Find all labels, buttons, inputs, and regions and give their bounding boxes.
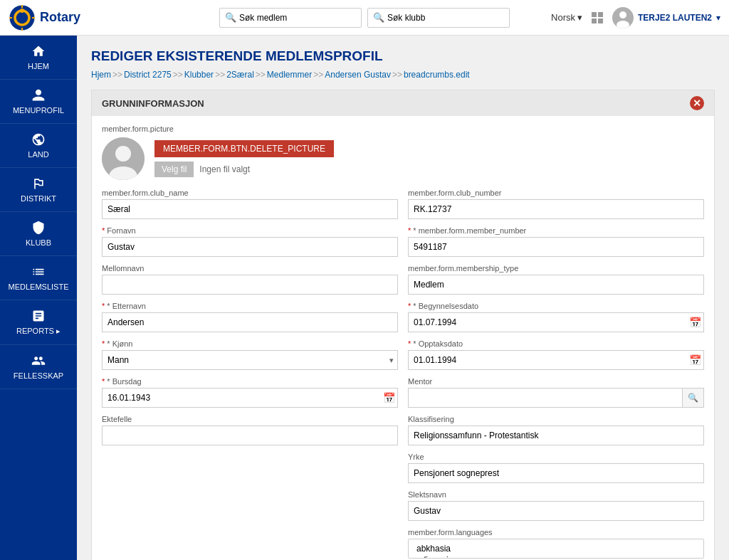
breadcrumb-sep-3: >> (256, 70, 266, 80)
breadcrumb-andersen[interactable]: Andersen Gustav (325, 70, 391, 80)
form-row-9: Slektsnavn (102, 490, 704, 521)
sidebar-item-land[interactable]: LAND (0, 124, 77, 168)
grunninformasjon-header[interactable]: GRUNNINFORMASJON ✕ (92, 90, 714, 116)
ektefelle-label: Ektefelle (102, 415, 398, 423)
user-icon (31, 88, 46, 102)
form-group-etternavn: * Etternavn (102, 302, 398, 332)
breadcrumb-edit[interactable]: breadcrumbs.edit (404, 70, 470, 80)
mentor-search-button[interactable]: 🔍 (683, 388, 704, 408)
choose-file-button[interactable]: Velg fil (154, 162, 194, 177)
delete-picture-button[interactable]: MEMBER.FORM.BTN.DELETE_PICTURE (154, 140, 334, 157)
report-icon (31, 309, 46, 323)
yrke-label: Yrke (408, 453, 704, 461)
rotary-logo-icon (9, 4, 36, 31)
grid-view-icon[interactable] (591, 11, 604, 24)
kjønn-select[interactable]: Mann Kvinne Ukjent (102, 350, 398, 370)
form-group-opptaksdato: * Opptaksdato 📅 (408, 339, 704, 370)
slektsnavn-label: Slektsnavn (408, 490, 704, 499)
sidebar-label-hjem: HJEM (28, 62, 49, 70)
pin-icon (31, 176, 46, 191)
photo-label: member.form.picture (102, 125, 704, 133)
form-group-empty-3 (102, 528, 398, 559)
lang-option-0: abkhasia (414, 543, 698, 554)
user-badge[interactable]: TERJE2 LAUTEN2 ▾ (612, 7, 720, 28)
svg-point-15 (115, 146, 131, 162)
member-search-input[interactable] (239, 13, 353, 23)
username-label: TERJE2 LAUTEN2 (638, 13, 712, 23)
svg-rect-10 (598, 19, 603, 23)
form-group-slektsnavn: Slektsnavn (408, 490, 704, 521)
sidebar-label-menuprofile: MENUPROFIL (13, 106, 64, 115)
bursdag-input[interactable] (102, 388, 398, 408)
search-icon: 🔍 (225, 12, 236, 23)
klassifisering-input[interactable] (408, 426, 704, 445)
sidebar-item-medlemsliste[interactable]: MEDLEMSLISTE (0, 256, 77, 300)
avatar-area: MEMBER.FORM.BTN.DELETE_PICTURE Velg fil … (102, 137, 704, 180)
opptaksdato-label: * Opptaksdato (408, 339, 704, 348)
form-row-7: Ektefelle Klassifisering (102, 415, 704, 445)
form-group-kjønn: * Kjønn Mann Kvinne Ukjent ▾ (102, 339, 398, 370)
member-number-label: * member.form.member_number (408, 226, 704, 235)
sidebar-item-distrikt[interactable]: DISTRIKT (0, 168, 77, 212)
member-number-input[interactable] (408, 237, 704, 257)
membership-type-input[interactable] (408, 275, 704, 295)
sidebar-item-reports[interactable]: REPORTS ▸ (0, 300, 77, 345)
mellomnavn-input[interactable] (102, 275, 398, 295)
form-group-mentor: Mentor 🔍 (408, 377, 704, 408)
sidebar-item-menuprofile[interactable]: MENUPROFIL (0, 80, 77, 124)
form-group-languages: member.form.languages abkhasia adineesia… (408, 528, 704, 559)
form-group-mellomnavn: Mellomnavn (102, 264, 398, 295)
club-name-input[interactable] (102, 199, 398, 219)
languages-label: member.form.languages (408, 528, 704, 537)
sidebar-item-fellesskap[interactable]: FELLESSKAP (0, 345, 77, 389)
grunninformasjon-collapse-btn[interactable]: ✕ (690, 96, 704, 110)
ektefelle-input[interactable] (102, 426, 398, 445)
sidebar: HJEM MENUPROFIL LAND DISTRIKT KLUBB MEDL… (0, 36, 77, 560)
languages-select[interactable]: abkhasia adineesia acze adangme (408, 539, 704, 559)
kjønn-label: * Kjønn (102, 339, 398, 348)
breadcrumb-klubber[interactable]: Klubber (184, 70, 214, 80)
svg-rect-7 (592, 12, 597, 17)
member-search-box[interactable]: 🔍 (219, 8, 362, 28)
form-group-klassifisering: Klassifisering (408, 415, 704, 445)
form-group-yrke: Yrke (408, 453, 704, 483)
club-number-input[interactable] (408, 199, 704, 219)
club-search-box[interactable]: 🔍 (367, 8, 510, 28)
form-group-ektefelle: Ektefelle (102, 415, 398, 445)
form-group-fornavn: Fornavn (102, 226, 398, 257)
begynnelsesdato-input[interactable] (408, 312, 704, 332)
sidebar-label-distrikt: DISTRIKT (21, 194, 56, 203)
begynnelsesdato-wrap: 📅 (408, 312, 704, 332)
mentor-input[interactable] (408, 388, 683, 408)
mentor-label: Mentor (408, 377, 704, 386)
page-title: REDIGER EKSISTERENDE MEDLEMSPROFIL (91, 48, 715, 64)
form-row-1: member.form.club_name member.form.club_n… (102, 189, 704, 219)
breadcrumb-saeral[interactable]: 2Særal (226, 70, 254, 80)
globe-icon (31, 132, 46, 147)
language-selector[interactable]: Norsk ▾ (551, 12, 582, 23)
breadcrumb-hjem[interactable]: Hjem (91, 70, 111, 80)
form-row-8: Yrke (102, 453, 704, 483)
home-icon (31, 44, 46, 58)
opptaksdato-input[interactable] (408, 350, 704, 370)
etternavn-input[interactable] (102, 312, 398, 332)
breadcrumb-sep-5: >> (392, 70, 402, 80)
club-search-input[interactable] (387, 13, 501, 23)
breadcrumb-medlemmer[interactable]: Medlemmer (267, 70, 312, 80)
group-icon (31, 354, 46, 368)
search-area: 🔍 🔍 (219, 8, 510, 28)
begynnelsesdato-label: * Begynnelsesdato (408, 302, 704, 310)
form-group-empty (102, 453, 398, 483)
breadcrumb-sep-1: >> (173, 70, 183, 80)
form-group-club-name: member.form.club_name (102, 189, 398, 219)
opptaksdato-wrap: 📅 (408, 350, 704, 370)
membership-type-label: member.form.membership_type (408, 264, 704, 273)
sidebar-item-klubb[interactable]: KLUBB (0, 212, 77, 256)
fornavn-input[interactable] (102, 237, 398, 257)
sidebar-item-hjem[interactable]: HJEM (0, 36, 77, 80)
form-group-empty-2 (102, 490, 398, 521)
yrke-input[interactable] (408, 463, 704, 483)
mentor-search-wrap: 🔍 (408, 388, 704, 408)
breadcrumb-district[interactable]: District 2275 (124, 70, 172, 80)
slektsnavn-input[interactable] (408, 501, 704, 521)
